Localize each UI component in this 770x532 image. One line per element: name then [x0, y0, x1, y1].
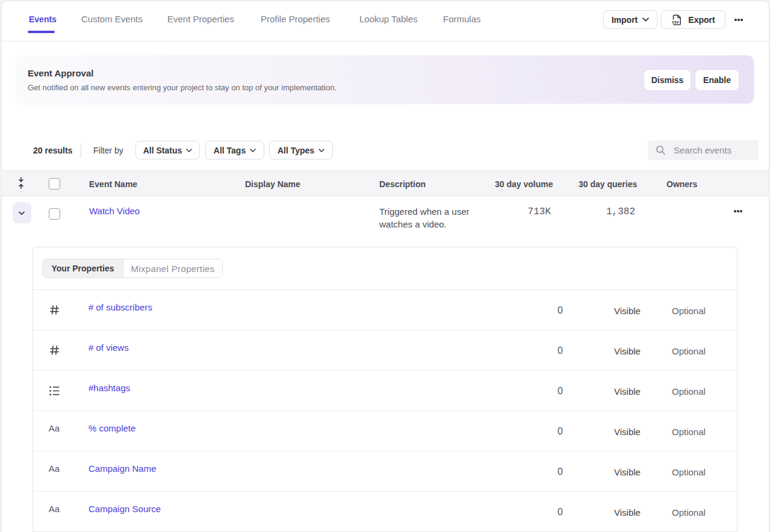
svg-text:csv: csv — [672, 20, 680, 24]
